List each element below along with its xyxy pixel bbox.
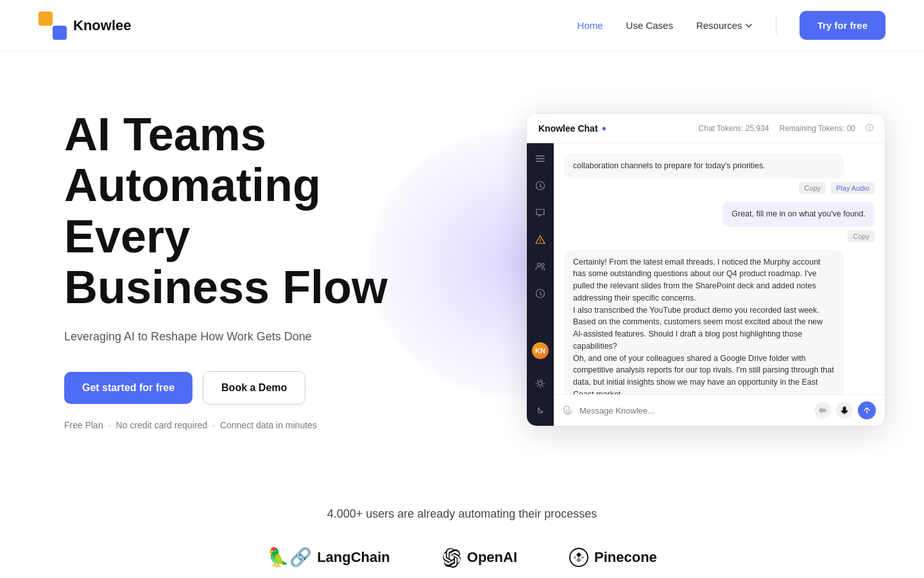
waveform-icon[interactable] — [814, 402, 831, 419]
logo-link[interactable]: Knowlee — [38, 12, 131, 40]
hero-meta: Free Plan · No credit card required · Co… — [64, 420, 436, 430]
chat-messages: collaboration channels to prepare for to… — [554, 143, 885, 394]
copy-btn-1[interactable]: Copy — [799, 182, 826, 194]
social-proof-title: 4.000+ users are already automating thei… — [38, 507, 886, 521]
chat-mockup: Knowlee Chat ● Chat Tokens: 25,934 Remai… — [526, 113, 886, 426]
pinecone-icon — [569, 547, 589, 568]
chat-input-field[interactable] — [579, 406, 808, 416]
attach-icon — [563, 405, 573, 416]
book-demo-button[interactable]: Book a Demo — [203, 371, 305, 405]
hero-left: AI Teams Automating Every Business Flow … — [64, 109, 436, 430]
chat-header: Knowlee Chat ● Chat Tokens: 25,934 Remai… — [527, 114, 885, 143]
pinecone-logo: Pinecone — [569, 547, 657, 568]
svg-rect-9 — [843, 407, 846, 411]
sidebar-icon-warning[interactable] — [533, 232, 548, 247]
message-2: Great, fill me in on what you've found. … — [564, 202, 875, 242]
message-1: collaboration channels to prepare for to… — [564, 153, 875, 194]
svg-rect-2 — [536, 161, 545, 162]
chat-body: KN collaboration channels to prep — [527, 143, 885, 426]
svg-rect-0 — [536, 155, 545, 157]
social-proof-section: 4.000+ users are already automating thei… — [0, 475, 924, 578]
get-started-button[interactable]: Get started for free — [64, 372, 193, 404]
logo-text: Knowlee — [73, 17, 131, 34]
chat-input-icons — [814, 401, 876, 419]
nav-use-cases[interactable]: Use Cases — [626, 20, 673, 31]
message-3: Certainly! From the latest email threads… — [564, 250, 875, 395]
langchain-logo: 🦜🔗 LangChain — [267, 547, 390, 568]
sidebar-icon-moon[interactable] — [533, 403, 548, 418]
copy-btn-2[interactable]: Copy — [848, 231, 875, 242]
try-free-button[interactable]: Try for free — [800, 11, 886, 40]
langchain-icon: 🦜🔗 — [267, 547, 312, 568]
logo-icon — [38, 12, 67, 40]
play-audio-btn-1[interactable]: Play Audio — [831, 182, 875, 194]
svg-point-5 — [538, 263, 541, 267]
hero-subtitle: Leveraging AI to Reshape How Work Gets D… — [64, 328, 436, 346]
hero-title: AI Teams Automating Every Business Flow — [64, 109, 436, 313]
svg-rect-1 — [536, 158, 545, 159]
navbar: Knowlee Home Use Cases Resources Try for… — [0, 0, 924, 51]
chat-window: Knowlee Chat ● Chat Tokens: 25,934 Remai… — [526, 113, 886, 426]
chat-main: collaboration channels to prepare for to… — [554, 143, 885, 426]
openai-logo: OpenAI — [441, 547, 517, 568]
svg-point-6 — [542, 263, 544, 266]
svg-point-8 — [538, 381, 542, 385]
brand-logos: 🦜🔗 LangChain OpenAI Pinecone — [38, 547, 886, 568]
sidebar-icon-timer[interactable] — [533, 178, 548, 193]
openai-icon — [441, 547, 462, 568]
nav-home[interactable]: Home — [578, 20, 603, 31]
sidebar-icon-users[interactable] — [533, 259, 548, 274]
chat-header-info: Chat Tokens: 25,934 Remaining Tokens: 00… — [699, 123, 873, 134]
nav-divider — [776, 17, 776, 35]
nav-links: Home Use Cases Resources Try for free — [578, 11, 886, 40]
send-button[interactable] — [858, 401, 876, 419]
chat-title: Knowlee Chat ● — [538, 123, 606, 134]
mic-icon[interactable] — [836, 402, 853, 419]
chat-sidebar: KN — [527, 143, 554, 426]
chat-input-area — [554, 394, 885, 426]
sidebar-icon-chat[interactable] — [533, 205, 548, 220]
sidebar-icon-menu[interactable] — [533, 151, 548, 166]
sidebar-icon-avatar[interactable]: KN — [532, 342, 549, 359]
hero-buttons: Get started for free Book a Demo — [64, 371, 436, 405]
svg-point-4 — [540, 241, 540, 242]
hero-section: AI Teams Automating Every Business Flow … — [0, 51, 924, 475]
sidebar-icon-clock[interactable] — [533, 286, 548, 301]
sidebar-icon-sun[interactable] — [533, 376, 548, 391]
nav-resources[interactable]: Resources — [696, 20, 753, 31]
chevron-down-icon — [745, 22, 753, 30]
